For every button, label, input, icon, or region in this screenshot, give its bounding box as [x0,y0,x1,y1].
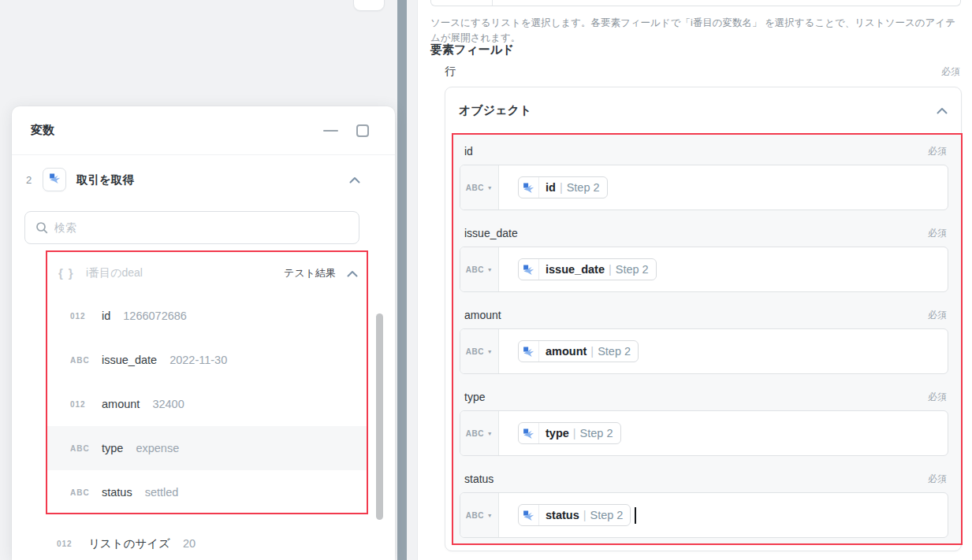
token-step: Step 2 [616,263,649,276]
field-label-row: id 必須 [460,143,948,160]
partial-input-above[interactable] [430,0,961,6]
variables-window: 変数 2 取引を取得 { } i番目のdeal テスト結果 [12,106,395,560]
test-result-badge: テスト結果 [284,266,336,280]
window-scrollbar-thumb[interactable] [376,313,383,520]
variable-row[interactable]: 012 id 1266072686 [47,294,367,338]
highlighted-field-group: id 必須 ABC ▼ id | Step 2 [452,133,963,545]
chevron-down-icon: ▼ [487,267,493,273]
partial-toolbar-button[interactable] [353,0,385,11]
type-selector-dropdown[interactable]: ABC ▼ [460,329,499,373]
token-step: Step 2 [598,345,631,358]
variable-type-badge: 012 [57,540,79,548]
chevron-down-icon: ▼ [487,185,493,191]
type-selector-dropdown[interactable]: ABC ▼ [460,247,499,291]
field-input-body[interactable]: type | Step 2 [499,411,948,455]
element-field-group: type 必須 ABC ▼ type | Step 2 [460,388,948,456]
settings-panel: ソースにするリストを選択します。各要素フィールドで「i番目の変数名」 を選択する… [417,0,972,560]
type-selector-label: ABC [466,511,484,520]
search-box[interactable] [24,211,359,244]
search-input[interactable] [54,221,348,234]
token-separator: | [605,263,616,276]
variable-key: リストのサイズ [88,536,170,551]
token-separator: | [569,427,580,439]
field-input-body[interactable]: issue_date | Step 2 [499,247,948,291]
group-collapse-chevron[interactable] [347,266,358,280]
variable-token-chip[interactable]: issue_date | Step 2 [518,258,657,280]
token-separator: | [579,509,590,521]
braces-icon: { } [58,266,79,280]
field-input[interactable]: ABC ▼ status | Step 2 [460,492,948,538]
chevron-up-icon [347,270,358,277]
maximize-icon[interactable] [356,124,369,137]
list-size-row[interactable]: 012 リストのサイズ 20 [46,525,377,560]
variable-token-chip[interactable]: amount | Step 2 [518,340,639,362]
field-input-body[interactable]: id | Step 2 [499,165,948,210]
variable-token-chip[interactable]: type | Step 2 [518,422,621,444]
field-label: issue_date [464,227,518,239]
variable-row[interactable]: ABC type expense [47,426,367,470]
field-label-row: issue_date 必須 [460,224,948,242]
variable-key: issue_date [102,354,157,366]
step-collapse-chevron[interactable] [349,172,360,187]
type-selector-dropdown[interactable]: ABC ▼ [460,165,499,210]
field-label: id [464,145,473,158]
field-input-body[interactable]: amount | Step 2 [499,329,948,373]
field-label: status [464,473,493,485]
variable-token-chip[interactable]: status | Step 2 [518,504,631,526]
variable-value: 2022-11-30 [169,354,227,366]
variable-key: type [102,442,123,454]
minimize-icon[interactable] [323,130,338,132]
type-selector-dropdown[interactable]: ABC ▼ [460,411,499,455]
token-name: amount [546,345,587,358]
variable-value: 20 [183,537,196,550]
step-number: 2 [26,174,34,186]
object-card-header[interactable]: オブジェクト [445,87,961,133]
field-label: amount [464,309,501,321]
field-label-row: type 必須 [460,388,948,406]
token-text: status | Step 2 [539,505,630,525]
token-text: id | Step 2 [539,177,607,198]
required-badge: 必須 [928,473,947,486]
variable-value: expense [136,442,179,454]
variable-value: 1266072686 [123,310,187,322]
variables-window-title: 変数 [31,123,323,138]
field-input[interactable]: ABC ▼ id | Step 2 [460,165,948,210]
step-app-icon-button[interactable] [43,168,66,191]
variable-type-badge: ABC [70,444,92,453]
required-badge: 必須 [928,391,947,404]
variable-value: 32400 [152,398,184,410]
field-input[interactable]: ABC ▼ type | Step 2 [460,410,948,456]
variable-token-chip[interactable]: id | Step 2 [518,176,608,198]
variable-type-badge: ABC [70,488,92,497]
freee-app-icon [523,428,534,439]
variable-row[interactable]: ABC status settled [47,470,367,514]
token-name: id [546,181,556,194]
token-separator: | [556,181,567,194]
field-label: type [464,391,485,403]
field-input[interactable]: ABC ▼ issue_date | Step 2 [460,247,948,292]
field-input[interactable]: ABC ▼ amount | Step 2 [460,328,948,374]
token-icon-box [519,505,539,525]
token-icon-box [519,341,539,362]
chevron-up-icon [349,176,360,184]
variable-row[interactable]: ABC issue_date 2022-11-30 [47,338,367,382]
object-card: オブジェクト id 必須 ABC ▼ id | S [445,87,962,551]
page-scrollbar[interactable] [397,0,407,560]
variable-group-header[interactable]: { } i番目のdeal テスト結果 [47,252,367,294]
type-selector-dropdown[interactable]: ABC ▼ [460,493,499,537]
variable-type-badge: 012 [70,312,92,321]
app-root: 変数 2 取引を取得 { } i番目のdeal テスト結果 [0,0,972,560]
required-badge: 必須 [941,65,960,79]
variable-row[interactable]: 012 amount 32400 [47,382,367,426]
required-badge: 必須 [928,227,947,240]
chevron-down-icon: ▼ [487,513,493,518]
variable-key: amount [102,398,140,410]
step-row[interactable]: 2 取引を取得 [12,160,395,199]
variable-key: status [102,486,132,499]
field-input-body[interactable]: status | Step 2 [499,493,948,537]
card-collapse-chevron[interactable] [937,103,948,117]
token-text: amount | Step 2 [539,341,638,362]
search-icon [35,221,48,234]
freee-app-icon [523,182,534,194]
type-selector-label: ABC [466,184,484,192]
